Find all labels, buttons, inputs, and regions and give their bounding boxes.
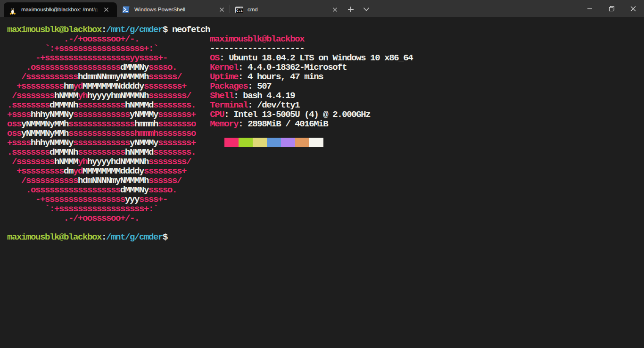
- svg-text:C:\: C:\: [236, 9, 243, 13]
